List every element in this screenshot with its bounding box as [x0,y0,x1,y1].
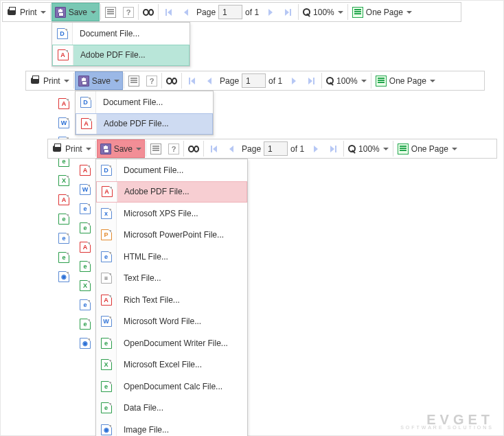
save-dropdown-button[interactable]: Save [75,71,123,90]
one-page-icon [376,76,387,87]
thumb-green[interactable]: e [57,212,71,226]
next-page-button[interactable] [262,3,279,21]
menu-item-odt[interactable]: e OpenDocument Writer File... [96,332,247,354]
help-button[interactable] [119,3,137,21]
zoom-dropdown[interactable]: 100% [299,3,347,21]
menu-item-image[interactable]: ◉ Image File... [96,419,247,436]
first-page-icon [186,76,197,87]
prev-page-button[interactable] [222,139,240,158]
save-dropdown-button[interactable]: Save [97,139,145,158]
menu-item-label: Microsoft XPS File... [117,209,208,218]
help-button[interactable] [165,139,183,158]
zoom-dropdown[interactable]: 100% [323,71,370,90]
page-mode-label: One Page [411,144,448,154]
last-page-icon [306,76,317,87]
thumb-doc[interactable]: e [78,202,92,216]
menu-item-ods[interactable]: e OpenDocument Calc File... [96,376,247,398]
print-label: Print [65,144,82,154]
thumb-xls[interactable]: X [57,174,71,187]
next-page-icon [265,7,276,18]
save-dropdown-button[interactable]: Save [51,3,100,21]
menu-item-data[interactable]: e Data File... [96,398,247,420]
next-page-button[interactable] [307,139,325,158]
icon-cell: x [96,203,117,225]
caret-down-icon [136,148,141,150]
menu-item-rtf[interactable]: A Rich Text File... [96,289,247,311]
thumb-pdf[interactable]: A [78,240,92,254]
page-mode-dropdown[interactable]: One Page [349,3,415,21]
image-file-icon: ◉ [58,271,69,282]
page-mode-dropdown[interactable]: One Page [394,139,461,158]
pdf-file-icon: A [80,242,91,253]
page-settings-button[interactable] [125,71,143,90]
menu-item-label: Adobe PDF File... [117,187,199,196]
magnifier-icon [303,8,310,16]
print-button[interactable]: Print [26,71,73,90]
menu-item-text[interactable]: ≡ Text File... [96,268,247,290]
thumb-word[interactable]: W [57,116,71,130]
separator [343,141,344,157]
menu-item-word[interactable]: W Microsoft Word File... [96,311,247,333]
thumb-green[interactable]: e [78,317,92,331]
thumb-green[interactable]: e [78,221,92,235]
binoculars-icon [166,76,177,87]
print-button[interactable]: Print [3,3,49,21]
last-page-button[interactable] [279,3,297,21]
page-number-input[interactable] [218,5,242,19]
page-settings-button[interactable] [147,139,165,158]
thumb-doc[interactable]: e [57,231,71,245]
menu-item-excel[interactable]: X Microsoft Excel File... [96,354,247,376]
page-mode-label: One Page [389,76,426,86]
icon-cell: A [96,289,117,311]
next-page-button[interactable] [285,71,303,90]
document-file-icon: D [57,28,68,39]
thumb-pdf[interactable]: A [57,193,71,207]
sheet-file-icon: e [80,222,91,233]
first-page-button[interactable] [159,3,177,21]
page-number-input[interactable] [242,73,266,88]
thumb-image[interactable]: ◉ [57,270,71,284]
doc-file-icon: e [80,299,91,310]
toolbar-teal: Print Save Page of 1 100% One Pa [2,2,461,22]
find-button[interactable] [185,139,203,158]
find-button[interactable] [139,3,157,21]
print-button[interactable]: Print [48,139,95,158]
thumb-pdf[interactable]: A [78,163,92,177]
find-button[interactable] [163,71,181,90]
menu-item-powerpoint[interactable]: P Microsoft PowerPoint File... [96,225,247,246]
caret-down-icon [452,148,457,150]
help-button[interactable] [143,71,161,90]
menu-item-pdf[interactable]: A Adobe PDF File... [76,113,213,135]
menu-item-document[interactable]: D Document File... [52,23,190,45]
excel-file-icon: X [101,359,112,370]
menu-item-pdf[interactable]: A Adobe PDF File... [52,45,190,67]
menu-item-document[interactable]: D Document File... [96,159,247,181]
thumb-word[interactable]: W [78,183,92,196]
menu-item-label: Microsoft Word File... [117,317,211,326]
zoom-dropdown[interactable]: 100% [345,139,392,158]
page-number-input[interactable] [264,141,288,156]
sheet-file-icon: e [80,261,91,272]
page-watermark-icon [150,144,161,154]
menu-item-pdf[interactable]: A Adobe PDF File... [96,181,247,203]
thumb-xls[interactable]: X [78,279,92,292]
prev-page-button[interactable] [177,3,195,21]
first-page-button[interactable] [205,139,222,158]
last-page-button[interactable] [325,139,343,158]
menu-item-xps[interactable]: x Microsoft XPS File... [96,203,247,225]
one-page-icon [352,7,363,18]
thumb-image[interactable]: ◉ [78,336,92,350]
menu-item-document[interactable]: D Document File... [76,91,213,113]
last-page-button[interactable] [303,71,321,90]
first-page-button[interactable] [183,71,201,90]
xps-file-icon: x [101,208,112,219]
menu-item-label: Document File... [117,165,193,175]
prev-page-button[interactable] [201,71,218,90]
thumb-green[interactable]: e [78,260,92,273]
page-settings-button[interactable] [102,3,119,21]
page-mode-dropdown[interactable]: One Page [372,71,439,90]
menu-item-html[interactable]: e HTML File... [96,246,247,268]
thumb-green[interactable]: e [57,251,71,264]
thumb-doc[interactable]: e [78,298,92,312]
thumb-pdf[interactable]: A [57,97,71,111]
